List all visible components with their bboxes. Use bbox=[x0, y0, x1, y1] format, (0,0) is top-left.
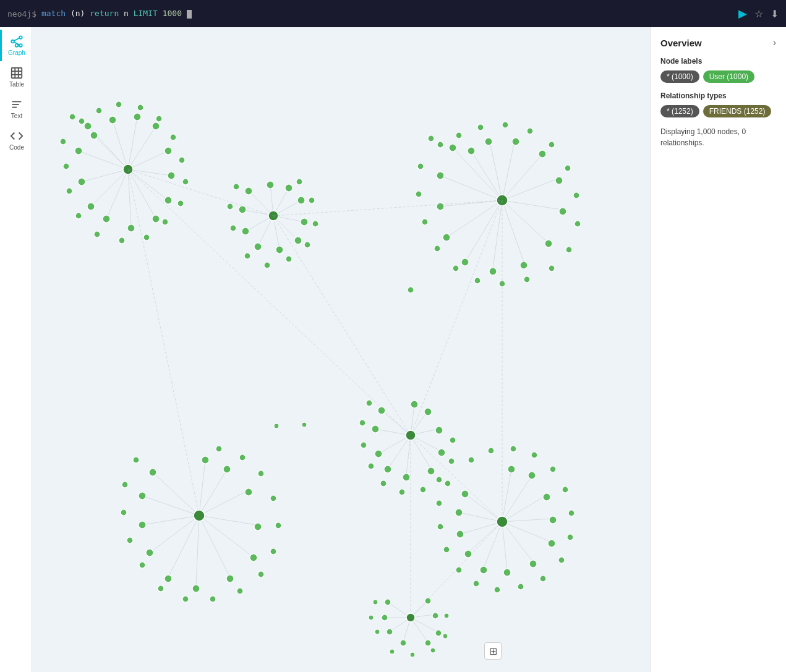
svg-point-114 bbox=[520, 262, 528, 269]
svg-point-207 bbox=[202, 456, 209, 464]
svg-point-79 bbox=[301, 218, 308, 226]
svg-point-84 bbox=[227, 203, 233, 210]
download-button[interactable]: ⬇ bbox=[771, 8, 779, 20]
svg-point-277 bbox=[382, 615, 388, 621]
svg-point-256 bbox=[518, 584, 524, 590]
topbar: neo4j$ match (n) return n LIMIT 1000 ▶ ☆… bbox=[0, 0, 786, 27]
svg-point-91 bbox=[309, 197, 315, 203]
svg-point-136 bbox=[549, 142, 555, 148]
svg-point-49 bbox=[94, 231, 100, 237]
svg-point-108 bbox=[449, 144, 456, 151]
svg-point-239 bbox=[456, 530, 464, 538]
svg-point-83 bbox=[233, 184, 239, 190]
svg-point-291 bbox=[444, 613, 449, 618]
rel-badge-friends[interactable]: FRIENDS (1252) bbox=[703, 105, 772, 117]
svg-point-281 bbox=[435, 630, 442, 636]
svg-point-216 bbox=[237, 588, 243, 594]
svg-point-247 bbox=[528, 472, 536, 479]
fit-graph-button[interactable]: ⊞ bbox=[484, 642, 502, 660]
svg-point-48 bbox=[75, 213, 82, 219]
favorite-button[interactable]: ☆ bbox=[754, 8, 763, 20]
svg-point-55 bbox=[179, 157, 185, 163]
query-editor[interactable]: match (n) return n LIMIT 1000 bbox=[41, 9, 733, 19]
svg-point-46 bbox=[63, 163, 69, 169]
svg-point-118 bbox=[539, 150, 546, 158]
svg-point-87 bbox=[264, 262, 270, 268]
svg-point-125 bbox=[422, 219, 428, 225]
svg-point-135 bbox=[565, 165, 571, 171]
svg-point-242 bbox=[503, 569, 511, 576]
svg-point-196 bbox=[149, 469, 156, 476]
svg-point-31 bbox=[75, 147, 82, 155]
svg-point-61 bbox=[79, 118, 85, 124]
svg-point-209 bbox=[122, 482, 128, 488]
sidebar-item-text[interactable]: Text bbox=[0, 93, 32, 124]
svg-line-4 bbox=[14, 38, 19, 41]
svg-point-201 bbox=[192, 585, 200, 592]
svg-point-41 bbox=[134, 113, 141, 121]
svg-point-180 bbox=[436, 477, 442, 483]
svg-rect-7 bbox=[12, 68, 22, 79]
svg-point-57 bbox=[156, 116, 162, 122]
svg-point-60 bbox=[96, 108, 102, 114]
svg-point-131 bbox=[549, 265, 555, 271]
svg-point-75 bbox=[242, 228, 249, 235]
svg-point-168 bbox=[427, 467, 435, 475]
svg-point-85 bbox=[230, 225, 236, 231]
svg-point-205 bbox=[245, 488, 252, 496]
svg-point-90 bbox=[312, 221, 318, 227]
svg-point-246 bbox=[543, 493, 550, 501]
sidebar-item-code[interactable]: Code bbox=[0, 124, 32, 156]
svg-point-122 bbox=[428, 135, 434, 142]
fit-icon: ⊞ bbox=[489, 645, 497, 657]
svg-point-59 bbox=[116, 101, 122, 108]
svg-point-257 bbox=[540, 576, 546, 582]
panel-collapse-button[interactable]: › bbox=[773, 37, 776, 48]
svg-point-36 bbox=[152, 215, 160, 223]
svg-point-238 bbox=[455, 509, 463, 516]
graph-visualization[interactable]: ⊞ bbox=[32, 27, 650, 672]
svg-point-197 bbox=[139, 492, 146, 500]
svg-point-78 bbox=[294, 237, 302, 244]
svg-point-212 bbox=[139, 562, 145, 568]
query-limit-value: 1000 bbox=[163, 9, 182, 18]
svg-point-250 bbox=[436, 500, 442, 506]
svg-point-215 bbox=[210, 596, 216, 602]
svg-point-214 bbox=[182, 596, 189, 602]
sidebar-label-text: Text bbox=[11, 113, 22, 119]
svg-point-133 bbox=[575, 221, 581, 227]
sidebar-label-graph: Graph bbox=[8, 49, 25, 56]
svg-point-172 bbox=[411, 401, 418, 408]
node-badge-user[interactable]: User (1000) bbox=[703, 70, 754, 83]
svg-point-237 bbox=[461, 490, 469, 498]
svg-point-127 bbox=[453, 265, 459, 271]
svg-point-45 bbox=[60, 138, 66, 145]
svg-point-282 bbox=[432, 613, 438, 619]
svg-point-92 bbox=[296, 179, 302, 185]
svg-point-266 bbox=[468, 457, 474, 463]
svg-point-120 bbox=[485, 138, 492, 145]
svg-point-110 bbox=[437, 203, 444, 210]
sidebar-item-table[interactable]: Table bbox=[0, 61, 32, 93]
svg-point-80 bbox=[297, 197, 305, 204]
relationship-badges: * (1252) FRIENDS (1252) bbox=[660, 105, 776, 117]
svg-point-264 bbox=[510, 446, 516, 452]
svg-point-252 bbox=[443, 547, 450, 553]
svg-point-82 bbox=[267, 181, 274, 189]
code-icon bbox=[10, 129, 23, 143]
svg-point-251 bbox=[437, 524, 443, 530]
svg-point-198 bbox=[139, 521, 146, 529]
svg-point-202 bbox=[226, 575, 234, 582]
node-badge-all[interactable]: * (1000) bbox=[660, 70, 699, 83]
svg-point-240 bbox=[464, 550, 472, 558]
panel-header: Overview › bbox=[660, 37, 776, 48]
svg-point-224 bbox=[194, 510, 205, 521]
query-cursor bbox=[187, 10, 192, 19]
run-button[interactable]: ▶ bbox=[738, 7, 747, 20]
rel-badge-all[interactable]: * (1252) bbox=[660, 105, 699, 117]
sidebar-item-graph[interactable]: Graph bbox=[0, 30, 32, 61]
svg-point-294 bbox=[274, 423, 279, 428]
svg-point-248 bbox=[508, 466, 515, 473]
svg-point-124 bbox=[416, 191, 422, 197]
svg-point-292 bbox=[406, 613, 415, 622]
